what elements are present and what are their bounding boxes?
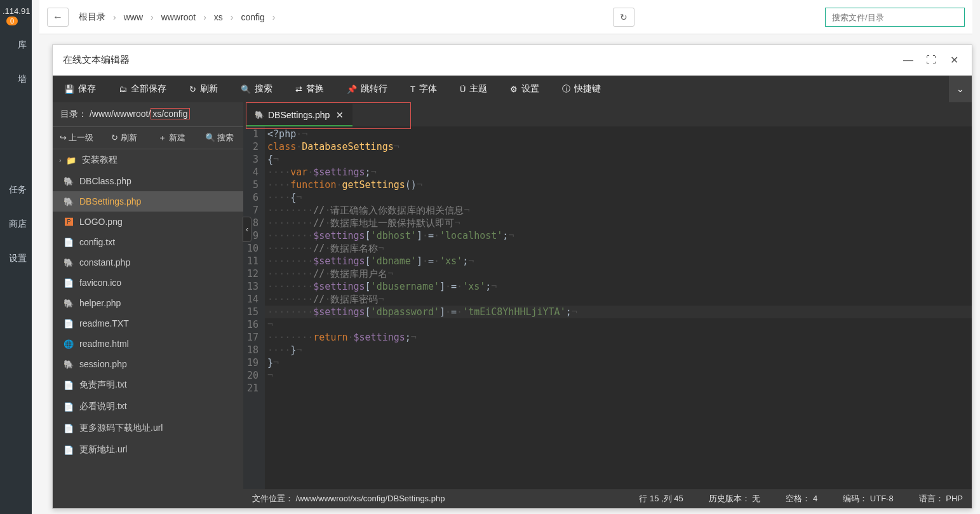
left-sidebar: .114.91 0 库 墙 任务 商店 设置 [0, 0, 32, 514]
breadcrumb-part[interactable]: config [241, 12, 265, 22]
refresh-button[interactable]: ↻刷新 [178, 76, 229, 102]
tree-folder[interactable]: ›📁安装教程 [53, 149, 243, 171]
parent-dir-button[interactable]: ↪ 上一级 [53, 127, 100, 149]
file-icon: 🌐 [62, 339, 76, 349]
breadcrumb-part[interactable]: wwwroot [161, 12, 196, 22]
line-gutter: 123456789101112131415161718192021 [243, 126, 265, 489]
dir-label: 目录： /www/wwwroot/xs/config [53, 102, 243, 127]
tree-file[interactable]: 📄readme.TXT [53, 313, 243, 334]
tree-file[interactable]: 🐘session.php [53, 354, 243, 374]
breadcrumb: 根目录› www› wwwroot› xs› config› [76, 11, 613, 23]
status-bar: 文件位置： /www/wwwroot/xs/config/DBSettings.… [243, 489, 972, 508]
tree-file[interactable]: 📄必看说明.txt [53, 396, 243, 417]
file-icon: 📄 [62, 319, 76, 328]
editor-title: 在线文本编辑器 [63, 54, 893, 66]
file-tree: ›📁安装教程 🐘DBClass.php🐘DBSettings.php🅿LOGO.… [53, 149, 243, 508]
nav-item[interactable]: 任务 [0, 173, 32, 207]
theme-icon: Ü [460, 85, 466, 94]
goto-button[interactable]: 📌跳转行 [335, 76, 399, 102]
ip-label: .114.91 0 [0, 4, 32, 28]
font-button[interactable]: T字体 [399, 76, 448, 102]
file-icon: 🐘 [62, 360, 76, 369]
file-icon: 🅿 [62, 217, 76, 227]
refresh-button[interactable]: ↻ [613, 8, 634, 27]
file-icon: 📄 [62, 238, 76, 247]
search-box[interactable] [825, 8, 965, 27]
theme-button[interactable]: Ü主题 [448, 76, 499, 102]
expand-button[interactable]: ⌄ [949, 76, 972, 102]
tree-file[interactable]: 🐘DBClass.php [53, 171, 243, 191]
tree-file[interactable]: 📄更多源码下载地址.url [53, 417, 243, 439]
refresh-tree-button[interactable]: ↻ 刷新 [100, 127, 148, 149]
breadcrumb-part[interactable]: xs [214, 12, 223, 22]
file-icon: 📄 [62, 278, 76, 288]
search-input[interactable] [832, 13, 958, 22]
nav-item[interactable]: 商店 [0, 207, 32, 241]
tree-file[interactable]: 📄favicon.ico [53, 273, 243, 293]
gear-icon: ⚙ [510, 85, 518, 94]
file-icon: 🐘 [62, 258, 76, 267]
tab-bar: 🐘 DBSettings.php ✕ [243, 102, 972, 126]
status-encoding[interactable]: 编码： UTF-8 [843, 493, 893, 504]
status-history[interactable]: 历史版本： 无 [709, 493, 761, 504]
save-icon: 💾 [64, 85, 74, 94]
shortcut-button[interactable]: ⓘ快捷键 [551, 76, 612, 102]
file-icon: 📄 [62, 381, 76, 390]
tab-close-button[interactable]: ✕ [336, 110, 344, 120]
tree-file[interactable]: 🐘helper.php [53, 293, 243, 313]
editor-tab[interactable]: 🐘 DBSettings.php ✕ [246, 104, 352, 126]
file-icon: 📄 [62, 445, 76, 455]
file-icon: 📄 [62, 424, 76, 433]
tree-file[interactable]: 🐘DBSettings.php [53, 191, 243, 212]
refresh-icon: ↻ [189, 85, 196, 94]
replace-button[interactable]: ⇄替换 [284, 76, 335, 102]
info-icon: ⓘ [562, 83, 570, 95]
tree-file[interactable]: 📄更新地址.url [53, 439, 243, 461]
file-panel: 目录： /www/wwwroot/xs/config ↪ 上一级 ↻ 刷新 ＋ … [53, 102, 243, 508]
back-button[interactable]: ← [47, 8, 69, 27]
editor-area[interactable]: 123456789101112131415161718192021 <?php·… [243, 126, 972, 489]
tree-file[interactable]: 📄免责声明.txt [53, 374, 243, 396]
editor-titlebar: 在线文本编辑器 — ⛶ ✕ [53, 45, 972, 76]
breadcrumb-root[interactable]: 根目录 [79, 11, 105, 23]
chevron-right-icon: › [59, 156, 62, 164]
php-icon: 🐘 [255, 111, 264, 119]
badge-count: 0 [6, 17, 18, 25]
editor-window: 在线文本编辑器 — ⛶ ✕ 💾保存 🗂全部保存 ↻刷新 🔍搜索 ⇄替换 📌跳转行… [52, 44, 972, 509]
tree-file[interactable]: 🐘constant.php [53, 252, 243, 273]
chevron-down-icon: ⌄ [957, 84, 964, 94]
search-tree-button[interactable]: 🔍 搜索 [196, 127, 243, 149]
tree-file[interactable]: 🌐readme.html [53, 334, 243, 354]
folder-icon: 📁 [64, 156, 78, 165]
replace-icon: ⇄ [295, 85, 302, 94]
close-button[interactable]: ✕ [946, 54, 962, 66]
collapse-handle[interactable]: ‹ [243, 217, 252, 242]
minimize-button[interactable]: — [901, 55, 916, 66]
maximize-button[interactable]: ⛶ [923, 55, 939, 66]
tree-file[interactable]: 📄config.txt [53, 232, 243, 252]
file-icon: 📄 [62, 402, 76, 412]
code-content[interactable]: <?php·¬class·DatabaseSettings¬{¬····var·… [265, 126, 972, 489]
status-spaces[interactable]: 空格： 4 [786, 493, 817, 504]
tree-file[interactable]: 🅿LOGO.png [53, 212, 243, 232]
file-icon: 🐘 [62, 299, 76, 308]
nav-item[interactable]: 库 [0, 28, 32, 62]
goto-icon: 📌 [347, 85, 357, 94]
file-icon: 🐘 [62, 197, 76, 206]
new-button[interactable]: ＋ 新建 [148, 127, 196, 149]
search-button[interactable]: 🔍搜索 [229, 76, 284, 102]
status-lang[interactable]: 语言： PHP [919, 493, 963, 504]
font-icon: T [410, 85, 415, 94]
file-toolbar: ↪ 上一级 ↻ 刷新 ＋ 新建 🔍 搜索 [53, 127, 243, 149]
settings-button[interactable]: ⚙设置 [499, 76, 551, 102]
save-button[interactable]: 💾保存 [53, 76, 107, 102]
status-rowcol: 行 15 ,列 45 [639, 493, 683, 504]
status-path: 文件位置： /www/wwwroot/xs/config/DBSettings.… [252, 493, 639, 504]
search-icon: 🔍 [241, 85, 251, 94]
save-all-icon: 🗂 [119, 85, 127, 94]
breadcrumb-part[interactable]: www [124, 12, 143, 22]
nav-item[interactable]: 设置 [0, 241, 32, 276]
nav-item[interactable]: 墙 [0, 62, 32, 97]
editor-toolbar: 💾保存 🗂全部保存 ↻刷新 🔍搜索 ⇄替换 📌跳转行 T字体 Ü主题 ⚙设置 ⓘ… [53, 76, 972, 102]
save-all-button[interactable]: 🗂全部保存 [107, 76, 178, 102]
